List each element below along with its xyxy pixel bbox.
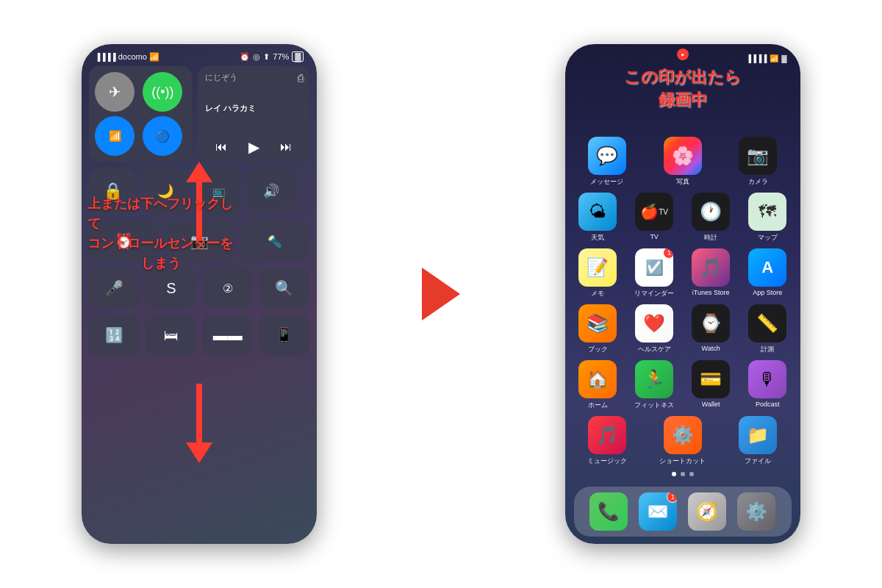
app-row-5: 🏠 ホーム 🏃 フィットネス 💳 Wallet 🎙 Podcast <box>571 360 795 410</box>
app-music[interactable]: 🎵 ミュージック <box>584 416 630 466</box>
app-weather[interactable]: 🌤 天気 <box>575 193 620 243</box>
app-podcast[interactable]: 🎙 Podcast <box>745 360 790 410</box>
cc-music-block: ⎙ にじぞう レイ ハラカミ ⏮ ▶ ⏭ <box>198 66 309 162</box>
left-phone: ▐▐▐▐ docomo 📶 ⏰ ◎ ⬆ 77% ▓ ✈ ((•)) 📶 🔵 ⎙ <box>82 44 317 544</box>
cc-last-row: 🔢 🛏 ▬▬ 📱 <box>82 315 317 356</box>
right-status-bar: ● ▐▐▐▐ 📶 ▓ <box>565 44 800 67</box>
recording-label: この印が出たら 録画中 <box>624 66 741 112</box>
wifi-button[interactable]: ((•)) <box>143 72 182 112</box>
dock-phone[interactable]: 📞 <box>586 492 631 531</box>
signal-icon: ▐▐▐▐ <box>95 53 115 61</box>
reminders-badge: 1 <box>663 248 673 259</box>
dock-mail[interactable]: ✉️ 1 <box>635 492 681 531</box>
app-shortcuts[interactable]: ⚙️ ショートカット <box>660 416 706 466</box>
app-reminders[interactable]: ☑️ 1 リマインダー <box>631 248 677 298</box>
flashlight-button[interactable]: 🔦 <box>240 220 310 262</box>
page-dot-1 <box>672 472 676 476</box>
arrow-head-up-icon <box>186 162 212 182</box>
app-row-1: 💬 メッセージ 🌸 写真 📷 カメラ <box>571 137 795 187</box>
app-fitness[interactable]: 🏃 フィットネス <box>631 360 677 410</box>
magnifier-button[interactable]: 🔍 <box>259 268 309 309</box>
music-artist: レイ ハラカミ <box>205 103 302 114</box>
rewind-button[interactable]: ⏮ <box>215 140 227 154</box>
remote-button[interactable]: 📱 <box>259 315 309 356</box>
sleep-button[interactable]: 🛏 <box>146 315 196 356</box>
wifi-icon: 📶 <box>149 52 159 62</box>
music-controls: ⏮ ▶ ⏭ <box>205 138 302 156</box>
main-container: ▐▐▐▐ docomo 📶 ⏰ ◎ ⬆ 77% ▓ ✈ ((•)) 📶 🔵 ⎙ <box>0 0 882 588</box>
app-wallet[interactable]: 💳 Wallet <box>688 360 734 410</box>
alarm-icon: ⏰ <box>240 52 250 62</box>
wifi-status-icon: 📶 <box>770 54 778 62</box>
app-clock[interactable]: 🕐 時計 <box>688 193 734 243</box>
battery-indicator: ▬▬ <box>202 315 253 356</box>
mail-badge: 1 <box>667 492 677 503</box>
right-phone: ● ▐▐▐▐ 📶 ▓ この印が出たら 録画中 💬 メッセージ 🌸 <box>565 44 800 544</box>
music-title: にじぞう <box>205 72 302 83</box>
transition-arrow <box>422 268 460 320</box>
app-maps[interactable]: 🗺 マップ <box>745 193 790 243</box>
app-camera[interactable]: 📷 カメラ <box>735 137 781 187</box>
left-status-bar: ▐▐▐▐ docomo 📶 ⏰ ◎ ⬆ 77% ▓ <box>82 44 317 66</box>
timer-button[interactable]: ② <box>202 268 253 309</box>
battery-arrow-icon: ⬆ <box>263 52 270 62</box>
arrow-body-down <box>196 384 202 442</box>
battery-icon: ▓ <box>292 51 304 62</box>
recording-indicator: ● <box>677 49 689 60</box>
dock-settings[interactable]: ⚙️ <box>734 492 779 531</box>
dock: 📞 ✉️ 1 🧭 ⚙️ <box>574 487 792 537</box>
location-icon: ◎ <box>253 52 260 62</box>
page-dot-3 <box>689 472 694 476</box>
app-health[interactable]: ❤️ ヘルスケア <box>631 304 677 354</box>
calculator-button[interactable]: 🔢 <box>89 315 140 356</box>
right-arrow-icon <box>422 268 460 320</box>
carrier-label: docomo <box>118 52 147 61</box>
cc-bottom-row2: 🎤 S ② 🔍 <box>82 268 317 309</box>
page-dot-2 <box>681 472 685 476</box>
instruction-text: 上または下へフリックして コントロールセンターを しまう <box>87 194 234 273</box>
arrow-down <box>186 384 212 463</box>
app-row-2: 🌤 天気 🍎TV TV 🕐 時計 🗺 マップ <box>571 193 795 243</box>
signal-bars-icon: ▐▐▐▐ <box>746 54 767 62</box>
fast-forward-button[interactable]: ⏭ <box>280 140 292 154</box>
dock-safari[interactable]: 🧭 <box>684 492 730 531</box>
page-indicator <box>571 472 795 476</box>
voice-memos-button[interactable]: 🎤 <box>89 268 140 309</box>
cc-top-row: ✈ ((•)) 📶 🔵 ⎙ にじぞう レイ ハラカミ ⏮ ▶ ⏭ <box>82 66 317 162</box>
shazam-button[interactable]: S <box>146 268 196 309</box>
app-files[interactable]: 📁 ファイル <box>735 416 781 466</box>
app-photos[interactable]: 🌸 写真 <box>660 137 706 187</box>
app-row-3: 📝 メモ ☑️ 1 リマインダー 🎵 iTunes Store A App <box>571 248 795 298</box>
app-measure[interactable]: 📏 計測 <box>745 304 790 354</box>
app-home[interactable]: 🏠 ホーム <box>575 360 620 410</box>
cc-connectivity-block: ✈ ((•)) 📶 🔵 <box>89 66 192 162</box>
bluetooth-button[interactable]: 🔵 <box>143 116 182 156</box>
battery-status-icon: ▓ <box>781 54 786 62</box>
app-row-4: 📚 ブック ❤️ ヘルスケア ⌚ Watch 📏 計測 <box>571 304 795 354</box>
airplane-mode-button[interactable]: ✈ <box>95 72 135 112</box>
arrow-head-down-icon <box>186 442 212 463</box>
cellular-button[interactable]: 📶 <box>95 116 135 156</box>
app-notes[interactable]: 📝 メモ <box>575 248 620 298</box>
app-tv[interactable]: 🍎TV TV <box>631 193 677 243</box>
app-appstore[interactable]: A App Store <box>745 248 790 298</box>
app-row-6: 🎵 ミュージック ⚙️ ショートカット 📁 ファイル <box>571 416 795 466</box>
volume-button[interactable]: 🔊 <box>248 168 295 215</box>
battery-label: 77% <box>273 52 289 61</box>
app-itunes[interactable]: 🎵 iTunes Store <box>688 248 734 298</box>
app-books[interactable]: 📚 ブック <box>575 304 620 354</box>
app-watch[interactable]: ⌚ Watch <box>688 304 734 354</box>
app-messages[interactable]: 💬 メッセージ <box>584 137 630 187</box>
play-button[interactable]: ▶ <box>248 138 259 156</box>
